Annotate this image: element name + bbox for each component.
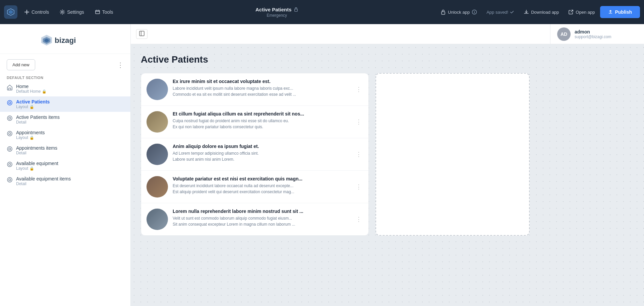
svg-point-2: [62, 11, 63, 13]
download-icon: [524, 9, 529, 15]
section-label: DEFAULT SECTION: [0, 73, 130, 81]
svg-point-20: [9, 163, 11, 165]
card-more-icon[interactable]: ⋮: [354, 214, 363, 224]
card-content: Lorem nulla reprehenderit labore minim n…: [173, 209, 350, 227]
svg-point-14: [9, 117, 11, 119]
card-content: Anim aliquip dolore ea ipsum fugiat et. …: [173, 144, 350, 162]
nav-right-actions: Unlock app App saved! Download app Open: [436, 6, 640, 18]
app-title: Active Patients: [255, 7, 298, 12]
canvas-scroll-area[interactable]: Active Patients Ex irure minim sit et oc…: [131, 44, 644, 306]
card-thumbnail: [147, 144, 168, 165]
plus-icon: [24, 9, 30, 15]
svg-marker-1: [9, 10, 13, 14]
card-more-icon[interactable]: ⋮: [354, 149, 363, 159]
thumbnail-image: [147, 209, 168, 230]
svg-point-15: [7, 131, 12, 136]
list-item[interactable]: Anim aliquip dolore ea ipsum fugiat et. …: [141, 138, 368, 171]
lock-icon: [294, 7, 298, 12]
svg-point-11: [7, 100, 12, 105]
gear-icon: [60, 9, 65, 15]
svg-point-18: [9, 148, 11, 150]
open-app-button[interactable]: Open app: [564, 7, 599, 17]
app-subtitle: Emergency: [267, 13, 287, 18]
publish-button[interactable]: Publish: [600, 6, 640, 18]
unlock-icon: [441, 9, 446, 15]
sidebar-item-home[interactable]: Home Default Home 🔒: [0, 81, 130, 96]
card-thumbnail: [147, 176, 168, 198]
sidebar-item-available-equipment-items[interactable]: Available equipment items Detail: [0, 173, 130, 189]
sidebar-item-active-patients-items[interactable]: Active Patients items Detail: [0, 112, 130, 127]
page-title: Active Patients: [141, 54, 634, 65]
svg-point-12: [9, 102, 11, 104]
add-new-button[interactable]: Add new: [7, 59, 35, 70]
svg-rect-4: [294, 9, 297, 11]
list-item[interactable]: Et cillum fugiat aliqua cillum ea sint r…: [141, 106, 368, 138]
svg-point-17: [7, 147, 12, 151]
publish-icon: [608, 10, 613, 14]
lock-badge: 🔒: [30, 136, 34, 140]
lock-badge: 🔒: [42, 89, 47, 94]
sidebar-logo: bizagi: [0, 24, 130, 54]
sidebar-item-active-patients[interactable]: Active Patients Layout 🔒: [0, 96, 130, 112]
layout-icon: [7, 131, 13, 137]
card-more-icon[interactable]: ⋮: [354, 117, 363, 127]
svg-text:bizagi: bizagi: [55, 36, 76, 45]
app-logo-icon: [4, 5, 17, 19]
thumbnail-image: [147, 144, 168, 165]
user-email: support@bizagi.com: [575, 34, 637, 39]
collapse-panel-button[interactable]: [136, 29, 148, 39]
controls-button[interactable]: Controls: [20, 7, 53, 17]
collapse-icon: [139, 31, 144, 36]
svg-point-16: [9, 133, 11, 135]
right-detail-panel: [375, 73, 530, 236]
canvas-area: AD admon support@bizagi.com Active Patie…: [131, 24, 644, 306]
thumbnail-image: [147, 79, 168, 100]
equipment-icon: [7, 161, 13, 167]
lock-badge: 🔒: [30, 166, 34, 171]
card-thumbnail: [147, 209, 168, 230]
card-thumbnail: [147, 79, 168, 100]
card-thumbnail: [147, 111, 168, 133]
sidebar-item-available-equipment[interactable]: Available equipment Layout 🔒: [0, 158, 130, 173]
svg-point-19: [7, 162, 12, 167]
thumbnail-image: [147, 176, 168, 198]
list-item[interactable]: Voluptate pariatur est est nisi est exer…: [141, 171, 368, 203]
sidebar-item-appointments-items[interactable]: Appointments items Detail: [0, 143, 130, 158]
unlock-app-button[interactable]: Unlock app: [436, 7, 481, 17]
card-more-icon[interactable]: ⋮: [354, 84, 363, 94]
settings-button[interactable]: Settings: [56, 7, 88, 17]
sidebar-top-bar: Add new ⋮: [0, 54, 130, 73]
thumbnail-image: [147, 111, 168, 133]
avatar: AD: [557, 27, 571, 41]
equipment-items-icon: [7, 177, 13, 183]
list-item[interactable]: Lorem nulla reprehenderit labore minim n…: [141, 203, 368, 235]
external-link-icon: [568, 9, 574, 15]
card-content: Ex irure minim sit et occaecat voluptate…: [173, 79, 350, 97]
lock-badge: 🔒: [30, 105, 34, 109]
user-name: admon: [575, 29, 637, 34]
svg-rect-5: [442, 12, 445, 14]
card-list: Ex irure minim sit et occaecat voluptate…: [141, 73, 369, 236]
svg-rect-3: [96, 10, 100, 14]
tools-icon: [95, 9, 100, 15]
card-more-icon[interactable]: ⋮: [354, 182, 363, 192]
card-list-container: Ex irure minim sit et occaecat voluptate…: [141, 73, 634, 236]
page-icon: [7, 100, 13, 106]
more-options-icon[interactable]: ⋮: [117, 61, 124, 69]
check-icon: [510, 10, 514, 14]
bizagi-logo: bizagi: [39, 32, 92, 48]
svg-rect-23: [139, 31, 144, 36]
list-item[interactable]: Ex irure minim sit et occaecat voluptate…: [141, 73, 368, 106]
tools-button[interactable]: Tools: [91, 7, 117, 17]
detail-icon: [7, 115, 13, 121]
home-icon: [7, 84, 13, 90]
info-icon: [472, 9, 477, 15]
card-content: Voluptate pariatur est est nisi est exer…: [173, 176, 350, 195]
user-info-panel: AD admon support@bizagi.com: [550, 24, 644, 44]
sidebar-item-appointments[interactable]: Appointments Layout 🔒: [0, 127, 130, 143]
saved-status: App saved!: [482, 10, 518, 15]
top-navigation: Controls Settings Tools Active Patients …: [0, 0, 644, 24]
download-app-button[interactable]: Download app: [520, 7, 563, 17]
main-layout: bizagi Add new ⋮ DEFAULT SECTION Home De…: [0, 24, 644, 306]
svg-point-21: [7, 177, 12, 182]
